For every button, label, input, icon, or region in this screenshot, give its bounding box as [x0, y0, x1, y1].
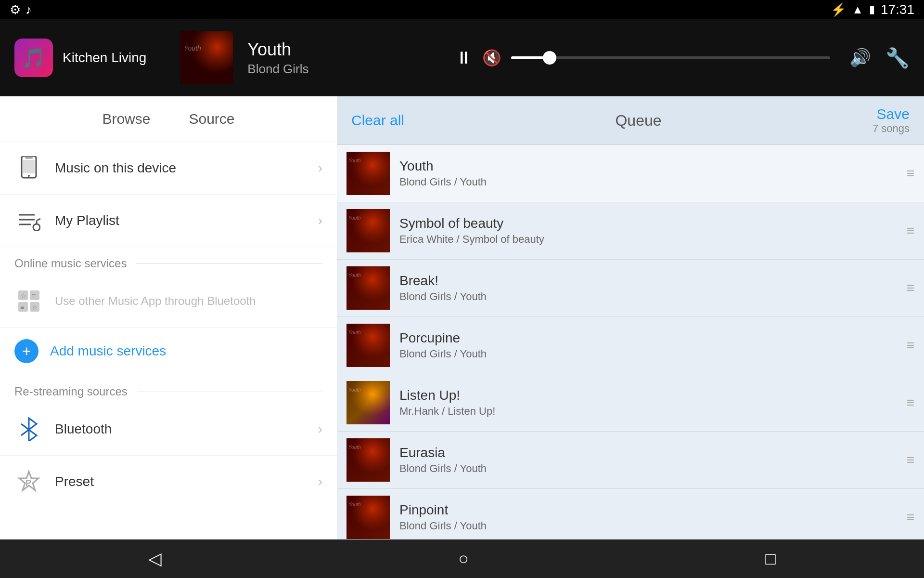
volume-icon: 🔊 — [849, 48, 871, 68]
song-info: Youth Blond Girls / Youth — [399, 158, 902, 188]
speaker-label: Kitchen Living — [63, 50, 146, 66]
chevron-right-icon-2: › — [318, 213, 322, 228]
add-music-label: Add music services — [50, 343, 322, 359]
svg-rect-6 — [23, 160, 35, 173]
clear-all-button[interactable]: Clear all — [351, 112, 404, 129]
add-music-icon: + — [14, 339, 38, 363]
drag-handle-icon[interactable]: ≡ — [907, 280, 914, 296]
bluetooth-label: Bluetooth — [55, 421, 318, 437]
queue-item[interactable]: Youth Youth Blond Girls / Youth ≡ — [337, 145, 924, 202]
song-subtitle: Blond Girls / Youth — [399, 462, 902, 475]
music-on-device-label: Music on this device — [55, 160, 318, 176]
svg-text:Youth: Youth — [348, 215, 361, 221]
preset-label: Preset — [55, 474, 318, 489]
bluetooth-icon — [14, 415, 43, 444]
bluetooth-music-label: Use other Music App through Bluetooth — [55, 294, 322, 308]
battery-icon: ▮ — [869, 3, 875, 16]
drag-handle-icon[interactable]: ≡ — [907, 510, 914, 525]
svg-text:Youth: Youth — [348, 502, 361, 507]
svg-line-12 — [37, 219, 40, 221]
queue-item[interactable]: Youth Listen Up! Mr.Hank / Listen Up! ≡ — [337, 374, 924, 432]
svg-point-5 — [28, 175, 30, 177]
now-playing-info: Youth Blond Girls — [247, 39, 455, 77]
music-note-icon: ♪ — [26, 2, 32, 17]
now-playing-bar: 🎵 Kitchen Living Youth Youth Youth Blond… — [0, 19, 924, 96]
svg-text:≡: ≡ — [32, 292, 36, 300]
svg-line-23 — [21, 424, 29, 430]
drag-handle-icon[interactable]: ≡ — [907, 223, 914, 238]
chevron-right-icon-3: › — [318, 421, 322, 437]
svg-rect-1 — [180, 31, 233, 84]
svg-marker-21 — [29, 418, 37, 430]
song-title: Eurasia — [399, 445, 902, 460]
my-playlist-label: My Playlist — [55, 213, 318, 228]
settings-wrench-icon[interactable]: 🔧 — [886, 47, 910, 69]
song-subtitle: Blond Girls / Youth — [399, 520, 902, 532]
song-title: Porcupine — [399, 330, 902, 346]
play-pause-button[interactable]: ⏸ — [455, 48, 473, 68]
menu-item-music-on-device[interactable]: Music on this device › — [0, 142, 337, 195]
progress-bar[interactable] — [511, 56, 830, 59]
svg-text:Youth: Youth — [348, 273, 361, 278]
drag-handle-icon[interactable]: ≡ — [907, 338, 914, 353]
restreaming-section-header: Re-streaming sources — [0, 375, 337, 403]
song-info: Pinpoint Blond Girls / Youth — [399, 502, 902, 532]
status-left-icons: ⚙ ♪ — [10, 2, 32, 17]
svg-text:Youth: Youth — [348, 158, 361, 163]
svg-marker-22 — [29, 430, 37, 441]
song-title: Listen Up! — [399, 388, 902, 403]
song-title: Youth — [399, 158, 902, 174]
mute-button[interactable]: 🔇 — [482, 49, 501, 67]
phone-icon — [14, 154, 43, 183]
menu-item-bluetooth-music[interactable]: ☆ ≡ ≡ ☆ Use other Music App through Blue… — [0, 275, 337, 328]
song-subtitle: Erica White / Symbol of beauty — [399, 233, 902, 246]
song-subtitle: Blond Girls / Youth — [399, 290, 902, 303]
song-info: Symbol of beauty Erica White / Symbol of… — [399, 216, 902, 246]
queue-header: Clear all Queue Save 7 songs — [337, 96, 924, 145]
tab-source[interactable]: Source — [189, 111, 234, 127]
drag-handle-icon[interactable]: ≡ — [907, 395, 914, 410]
song-title: Break! — [399, 273, 902, 289]
menu-item-bluetooth[interactable]: Bluetooth › — [0, 403, 337, 456]
playlist-icon — [14, 206, 43, 235]
song-count: 7 songs — [873, 122, 910, 135]
menu-item-preset[interactable]: P Preset › — [0, 456, 337, 508]
wifi-icon: ▲ — [852, 3, 863, 16]
menu-item-my-playlist[interactable]: My Playlist › — [0, 195, 337, 247]
chevron-right-icon: › — [318, 160, 322, 176]
status-bar: ⚙ ♪ ⚡ ▲ ▮ 17:31 — [0, 0, 924, 19]
home-button[interactable]: ○ — [458, 549, 469, 569]
recent-apps-button[interactable]: □ — [765, 549, 776, 569]
svg-text:Youth: Youth — [184, 44, 201, 52]
app-icon: 🎵 — [14, 39, 53, 77]
back-button[interactable]: ◁ — [148, 549, 162, 569]
queue-item[interactable]: Youth Pinpoint Blond Girls / Youth ≡ — [337, 489, 924, 546]
online-music-section-header: Online music services — [0, 247, 337, 275]
song-info: Listen Up! Mr.Hank / Listen Up! — [399, 388, 902, 418]
queue-header-right: Save 7 songs — [873, 106, 910, 135]
queue-item[interactable]: Youth Break! Blond Girls / Youth ≡ — [337, 260, 924, 317]
song-title: Pinpoint — [399, 502, 902, 518]
svg-point-10 — [33, 224, 40, 231]
svg-text:P: P — [26, 478, 31, 488]
menu-item-add-music[interactable]: + Add music services — [0, 328, 337, 375]
song-thumbnail: Youth — [346, 152, 390, 195]
right-panel: Clear all Queue Save 7 songs — [337, 96, 924, 549]
left-panel: Browse Source Music on this device › — [0, 96, 337, 549]
status-right-icons: ⚡ ▲ ▮ 17:31 — [831, 2, 914, 17]
song-thumbnail: Youth — [346, 496, 390, 539]
svg-text:Youth: Youth — [348, 445, 361, 450]
tab-browse[interactable]: Browse — [102, 111, 150, 127]
save-button[interactable]: Save — [877, 106, 910, 122]
svg-text:Youth: Youth — [348, 387, 361, 393]
svg-text:☆: ☆ — [20, 292, 26, 300]
song-thumbnail: Youth — [346, 381, 390, 424]
drag-handle-icon[interactable]: ≡ — [907, 452, 914, 468]
song-subtitle: Mr.Hank / Listen Up! — [399, 405, 902, 418]
bluetooth-apps-icon: ☆ ≡ ≡ ☆ — [14, 287, 43, 315]
queue-item[interactable]: Youth Eurasia Blond Girls / Youth ≡ — [337, 432, 924, 489]
queue-item[interactable]: Youth Symbol of beauty Erica White / Sym… — [337, 202, 924, 260]
song-info: Porcupine Blond Girls / Youth — [399, 330, 902, 360]
drag-handle-icon[interactable]: ≡ — [907, 166, 914, 181]
queue-item[interactable]: Youth Porcupine Blond Girls / Youth ≡ — [337, 317, 924, 374]
